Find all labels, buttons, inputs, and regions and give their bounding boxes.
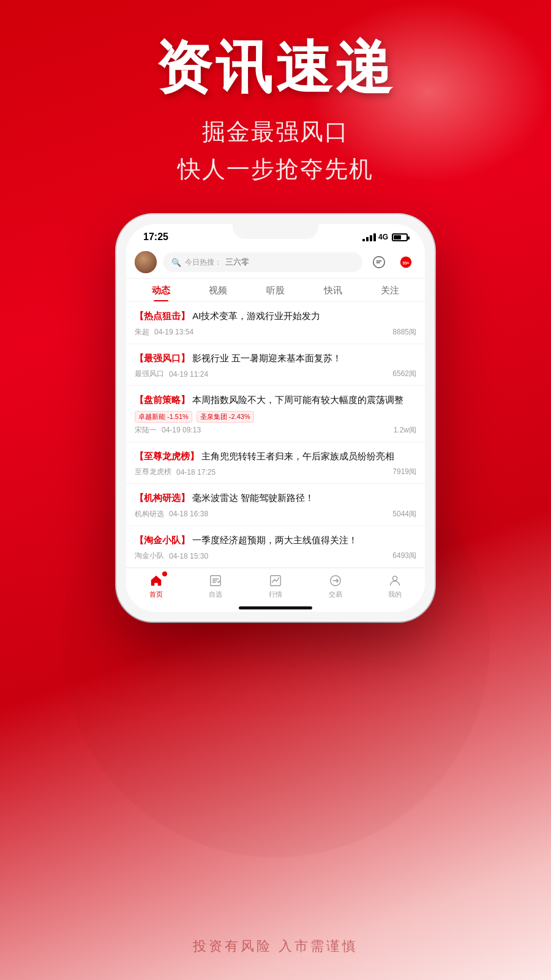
news-author: 宋陆一	[135, 425, 157, 435]
main-title: 资讯速递	[0, 37, 551, 99]
status-icons: 4G	[362, 233, 408, 241]
nav-market-label: 行情	[269, 590, 282, 599]
nav-watchlist-label: 自选	[209, 590, 222, 599]
news-time: 04-19 11:24	[169, 370, 208, 379]
news-title: 【淘金小队】 一季度经济超预期，两大主线值得关注！	[135, 533, 416, 548]
bottom-nav: 首页 自选	[126, 568, 425, 601]
news-title: 【盘前策略】 本周指数风险不大，下周可能有较大幅度的震荡调整	[135, 393, 416, 407]
news-reads: 6562阅	[392, 369, 416, 379]
news-meta: 宋陆一 04-19 09:13 1.2w阅	[135, 425, 416, 435]
news-author: 淘金小队	[135, 551, 164, 561]
nav-profile[interactable]: 我的	[365, 573, 425, 599]
news-reads: 5044阅	[392, 509, 416, 519]
notch	[233, 224, 318, 239]
nav-profile-label: 我的	[388, 590, 402, 599]
home-icon	[148, 573, 164, 588]
battery-icon	[392, 233, 408, 241]
news-item[interactable]: 【最强风口】 影视行业 五一暑期迎来基本面复苏！ 最强风口 04-19 11:2…	[126, 344, 425, 386]
nav-trade-label: 交易	[329, 590, 342, 599]
chart-icon	[268, 573, 283, 588]
nav-home-label: 首页	[149, 590, 163, 599]
news-time: 04-18 17:25	[176, 468, 216, 477]
news-reads: 8885阅	[392, 327, 416, 337]
news-reads: 6493阅	[392, 551, 416, 561]
disclaimer: 投资有风险 入市需谨慎	[0, 937, 551, 956]
news-meta: 淘金小队 04-18 15:30 6493阅	[135, 551, 416, 561]
news-time: 04-19 13:54	[154, 328, 193, 336]
status-bar: 17:25 4G	[126, 224, 425, 246]
news-reads: 7919阅	[392, 467, 416, 477]
tab-tinggu[interactable]: 听股	[247, 279, 304, 301]
news-title: 【机构研选】 毫米波雷达 智能驾驶新路径！	[135, 491, 416, 505]
search-area: 🔍 今日热搜： 三六零 99+	[126, 246, 425, 279]
nav-market[interactable]: 行情	[246, 573, 305, 599]
tabs-row: 动态 视频 听股 快讯 关注	[126, 279, 425, 302]
svg-point-6	[393, 576, 397, 581]
chat-icon	[372, 255, 386, 269]
news-item[interactable]: 【淘金小队】 一季度经济超预期，两大主线值得关注！ 淘金小队 04-18 15:…	[126, 526, 425, 568]
news-item[interactable]: 【盘前策略】 本周指数风险不大，下周可能有较大幅度的震荡调整 卓越新能 -1.5…	[126, 386, 425, 442]
news-item[interactable]: 【热点狙击】 AI技术变革，游戏行业开始发力 朱超 04-19 13:54 88…	[126, 302, 425, 344]
news-author: 最强风口	[135, 369, 164, 379]
svg-point-0	[373, 257, 384, 268]
phone-mockup: 17:25 4G	[116, 214, 435, 622]
star-icon	[208, 573, 223, 588]
news-time: 04-18 16:38	[169, 510, 208, 518]
news-author: 机构研选	[135, 509, 164, 519]
trade-icon	[328, 573, 343, 588]
sub-title: 掘金最强风口 快人一步抢夺先机	[0, 113, 551, 188]
svg-text:99+: 99+	[403, 261, 410, 265]
news-title: 【最强风口】 影视行业 五一暑期迎来基本面复苏！	[135, 352, 416, 366]
chat-button[interactable]	[369, 252, 389, 273]
nav-watchlist[interactable]: 自选	[186, 573, 246, 599]
tab-guanzhu[interactable]: 关注	[361, 279, 419, 301]
app-content: 🔍 今日热搜： 三六零 99+	[126, 246, 425, 609]
news-meta: 机构研选 04-18 16:38 5044阅	[135, 509, 416, 519]
news-meta: 至尊龙虎榜 04-18 17:25 7919阅	[135, 467, 416, 477]
sub-title-line2: 快人一步抢夺先机	[0, 151, 551, 188]
phone-inner: 17:25 4G	[126, 224, 425, 612]
nav-home[interactable]: 首页	[126, 573, 186, 599]
status-time: 17:25	[143, 232, 168, 243]
tab-video[interactable]: 视频	[190, 279, 247, 301]
stock-tags: 卓越新能 -1.51% 圣泉集团 -2.43%	[135, 411, 416, 423]
search-hot-text: 三六零	[225, 257, 249, 268]
search-label: 今日热搜：	[185, 257, 222, 268]
news-item[interactable]: 【机构研选】 毫米波雷达 智能驾驶新路径！ 机构研选 04-18 16:38 5…	[126, 484, 425, 526]
sub-title-line1: 掘金最强风口	[0, 113, 551, 151]
news-time: 04-18 15:30	[169, 552, 208, 560]
news-list: 【热点狙击】 AI技术变革，游戏行业开始发力 朱超 04-19 13:54 88…	[126, 302, 425, 568]
4g-label: 4G	[378, 233, 388, 241]
user-icon	[387, 573, 403, 588]
tab-kuaixun[interactable]: 快讯	[304, 279, 362, 301]
nav-trade[interactable]: 交易	[305, 573, 365, 599]
signal-bars-icon	[362, 233, 376, 241]
tab-dongtai[interactable]: 动态	[132, 279, 190, 301]
news-title: 【至尊龙虎榜】 主角兜兜转转王者归来，午后家族成员纷纷亮相	[135, 450, 416, 464]
home-badge	[162, 571, 167, 576]
bell-icon: 99+	[399, 255, 413, 269]
home-bar	[239, 606, 312, 609]
news-author: 至尊龙虎榜	[135, 467, 171, 477]
news-meta: 最强风口 04-19 11:24 6562阅	[135, 369, 416, 379]
news-item[interactable]: 【至尊龙虎榜】 主角兜兜转转王者归来，午后家族成员纷纷亮相 至尊龙虎榜 04-1…	[126, 442, 425, 484]
stock-tag[interactable]: 卓越新能 -1.51%	[135, 411, 192, 423]
news-time: 04-19 09:13	[162, 426, 201, 434]
avatar[interactable]	[135, 251, 157, 273]
news-reads: 1.2w阅	[394, 425, 416, 435]
search-box[interactable]: 🔍 今日热搜： 三六零	[163, 252, 362, 272]
news-title: 【热点狙击】 AI技术变革，游戏行业开始发力	[135, 309, 416, 323]
search-icon: 🔍	[171, 258, 181, 267]
header-section: 资讯速递 掘金最强风口 快人一步抢夺先机	[0, 37, 551, 188]
news-meta: 朱超 04-19 13:54 8885阅	[135, 327, 416, 337]
stock-tag[interactable]: 圣泉集团 -2.43%	[197, 411, 254, 423]
notification-button[interactable]: 99+	[395, 252, 416, 273]
news-author: 朱超	[135, 327, 149, 337]
phone-outer: 17:25 4G	[116, 214, 435, 622]
